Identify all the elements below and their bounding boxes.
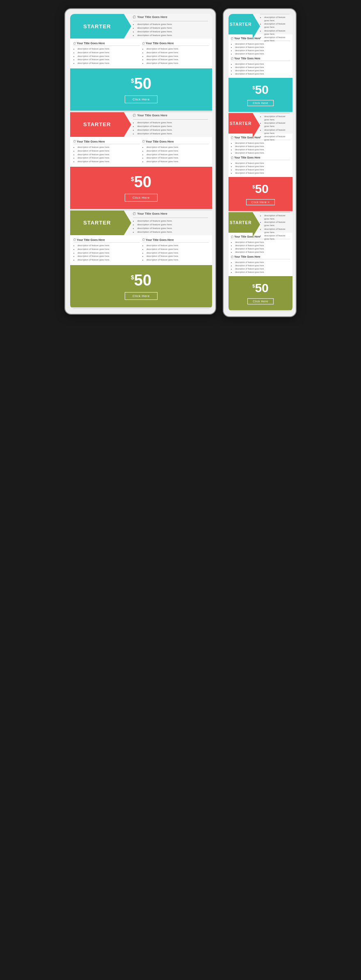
col-feature-list: description of feature goes here.descrip… xyxy=(142,244,209,262)
feature-col-1: Your Title Goes Heredescription of featu… xyxy=(73,140,140,163)
feature-item: description of feature goes here. xyxy=(146,51,209,54)
feature-item: description of feature goes here. xyxy=(264,234,290,241)
card-header: STARTERYour Title Goes Heredescription o… xyxy=(70,112,212,137)
feature-item: description of feature goes here. xyxy=(235,168,290,171)
feature-item: description of feature goes here. xyxy=(264,36,290,43)
price-display: $50 xyxy=(131,76,151,91)
feature-item: description of feature goes here. xyxy=(78,145,140,149)
col-feature-title: Your Title Goes Here xyxy=(73,42,140,46)
col-feature-list: description of feature goes here.descrip… xyxy=(73,244,140,262)
header-feature-title: Your Title Goes Here xyxy=(133,212,208,216)
col-feature-title: Your Title Goes Here xyxy=(142,238,209,243)
feature-col-2: Your Title Goes Heredescription of featu… xyxy=(142,140,209,163)
price-display: $50 xyxy=(252,282,269,294)
price-section: $50Click Here xyxy=(70,265,212,307)
feature-item: description of feature goes here. xyxy=(146,54,209,58)
click-here-button[interactable]: Click Here xyxy=(125,194,158,202)
feature-item: description of feature goes here. xyxy=(137,223,208,227)
card-header-label: STARTER xyxy=(228,212,253,233)
price-section: $50Click Here xyxy=(228,78,292,112)
feature-item: description of feature goes here. xyxy=(235,267,290,270)
col-feature-title: Your Title Goes Here xyxy=(231,156,290,160)
feature-col-2: Your Title Goes Heredescription of featu… xyxy=(231,255,290,274)
wide-device: STARTERYour Title Goes Heredescription o… xyxy=(64,8,216,315)
header-feature-list: description of feature goes here.descrip… xyxy=(260,115,290,142)
col-feature-list: description of feature goes here.descrip… xyxy=(73,47,140,65)
card-header: STARTERYour Title Goes Heredescription o… xyxy=(228,14,292,34)
feature-item: description of feature goes here. xyxy=(78,251,140,255)
feature-item: description of feature goes here. xyxy=(235,148,290,151)
feature-item: description of feature goes here. xyxy=(137,23,208,26)
price-section: $50Click Here xyxy=(70,68,212,111)
pricing-card: STARTERYour Title Goes Heredescription o… xyxy=(70,211,212,307)
feature-item: description of feature goes here. xyxy=(137,121,208,125)
feature-item: description of feature goes here. xyxy=(78,156,140,160)
feature-item: description of feature goes here. xyxy=(235,42,290,45)
feature-item: description of feature goes here. xyxy=(235,141,290,145)
feature-item: description of feature goes here. xyxy=(78,258,140,262)
price-currency: $ xyxy=(131,77,134,84)
header-feature-title: Your Title Goes Here xyxy=(133,15,208,19)
feature-item: description of feature goes here. xyxy=(235,66,290,69)
feature-item: description of feature goes here. xyxy=(146,160,209,163)
feature-item: description of feature goes here. xyxy=(146,254,209,258)
col-feature-list: description of feature goes here.descrip… xyxy=(231,240,290,254)
feature-item: description of feature goes here. xyxy=(264,128,290,135)
feature-item: description of feature goes here. xyxy=(235,62,290,66)
col-feature-list: description of feature goes here.descrip… xyxy=(231,62,290,75)
feature-item: description of feature goes here. xyxy=(264,115,290,122)
col-feature-list: description of feature goes here.descrip… xyxy=(231,261,290,274)
features-row: Your Title Goes Heredescription of featu… xyxy=(70,235,212,265)
price-section: $50Click Here xyxy=(70,167,212,209)
feature-item: description of feature goes here. xyxy=(146,61,209,65)
feature-item: description of feature goes here. xyxy=(78,160,140,163)
price-amount: 50 xyxy=(134,174,151,190)
card-header-label: STARTER xyxy=(70,14,124,39)
feature-item: description of feature goes here. xyxy=(235,240,290,244)
feature-item: description of feature goes here. xyxy=(78,54,140,58)
feature-item: description of feature goes here. xyxy=(78,244,140,247)
feature-item: description of feature goes here. xyxy=(235,264,290,267)
price-currency: $ xyxy=(131,176,134,182)
feature-col-2: Your Title Goes Heredescription of featu… xyxy=(231,156,290,175)
feature-item: description of feature goes here. xyxy=(137,30,208,34)
card-header: STARTERYour Title Goes Heredescription o… xyxy=(70,14,212,39)
feature-item: description of feature goes here. xyxy=(146,156,209,160)
feature-item: description of feature goes here. xyxy=(137,125,208,128)
feature-item: description of feature goes here. xyxy=(235,145,290,148)
narrow-device: STARTERYour Title Goes Heredescription o… xyxy=(223,8,297,317)
price-section: $50Click Here > xyxy=(228,177,292,211)
feature-item: description of feature goes here. xyxy=(146,247,209,251)
feature-item: description of feature goes here. xyxy=(78,254,140,258)
feature-item: description of feature goes here. xyxy=(146,149,209,153)
click-here-button[interactable]: Click Here xyxy=(125,95,158,103)
col-feature-title: Your Title Goes Here xyxy=(231,255,290,259)
feature-item: description of feature goes here. xyxy=(78,61,140,65)
feature-col-2: Your Title Goes Heredescription of featu… xyxy=(142,238,209,262)
price-amount: 50 xyxy=(255,84,268,96)
price-display: $50 xyxy=(252,84,269,96)
feature-item: description of feature goes here. xyxy=(264,16,290,23)
feature-item: description of feature goes here. xyxy=(78,47,140,51)
feature-item: description of feature goes here. xyxy=(137,132,208,136)
feature-item: description of feature goes here. xyxy=(235,270,290,274)
feature-item: description of feature goes here. xyxy=(137,227,208,230)
feature-item: description of feature goes here. xyxy=(146,251,209,255)
click-here-button[interactable]: Click Here > xyxy=(246,199,275,205)
col-feature-title: Your Title Goes Here xyxy=(231,57,290,61)
click-here-button[interactable]: Click Here xyxy=(247,298,273,304)
feature-item: description of feature goes here. xyxy=(78,58,140,61)
feature-item: description of feature goes here. xyxy=(146,47,209,51)
card-header-label: STARTER xyxy=(70,211,124,235)
col-feature-list: description of feature goes here.descrip… xyxy=(231,141,290,154)
price-amount: 50 xyxy=(134,76,151,91)
price-display: $50 xyxy=(131,174,151,190)
feature-item: description of feature goes here. xyxy=(235,151,290,154)
feature-item: description of feature goes here. xyxy=(235,161,290,165)
col-feature-title: Your Title Goes Here xyxy=(73,238,140,243)
header-feature-title: Your Title Goes Here xyxy=(133,113,208,117)
price-display: $50 xyxy=(252,183,269,195)
click-here-button[interactable]: Click Here xyxy=(125,292,158,300)
card-header: STARTERYour Title Goes Heredescription o… xyxy=(228,113,292,134)
click-here-button[interactable]: Click Here xyxy=(247,100,273,106)
